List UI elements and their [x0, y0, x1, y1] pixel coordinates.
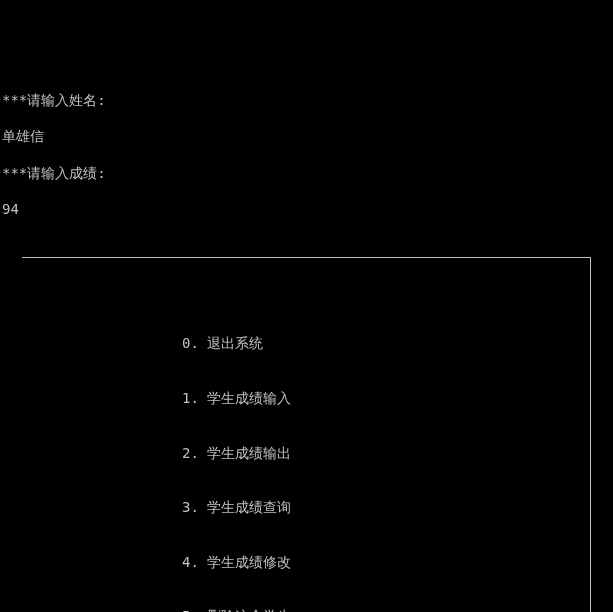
prompt-name-partial: ***请输入姓名: [2, 91, 611, 109]
menu-item-0: 0. 退出系统 [182, 334, 590, 352]
menu-item-5: 5. 删除这个学生 [182, 607, 590, 612]
menu-item-3: 3. 学生成绩查询 [182, 498, 590, 516]
menu-box-1: 0. 退出系统 1. 学生成绩输入 2. 学生成绩输出 3. 学生成绩查询 4.… [22, 257, 591, 612]
prompt-score1: ***请输入成绩: [2, 164, 611, 182]
menu-item-1: 1. 学生成绩输入 [182, 389, 590, 407]
value-name1: 单雄信 [2, 127, 611, 145]
menu-item-4: 4. 学生成绩修改 [182, 553, 590, 571]
terminal-output: ***请输入姓名: 单雄信 ***请输入成绩: 94 0. 退出系统 1. 学生… [0, 73, 613, 612]
menu-item-2: 2. 学生成绩输出 [182, 444, 590, 462]
value-score1: 94 [2, 200, 611, 218]
